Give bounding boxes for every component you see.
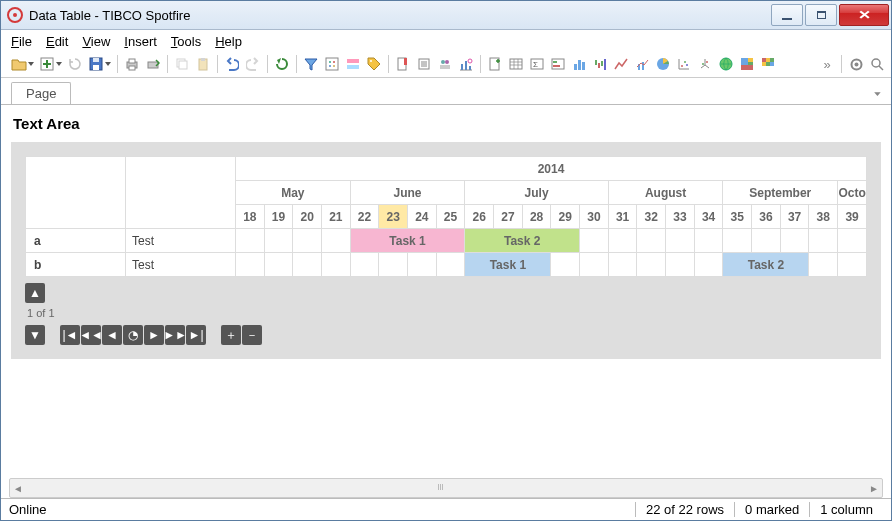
lists-icon[interactable] [415, 55, 433, 73]
waterfall-icon[interactable] [591, 55, 609, 73]
cell [838, 229, 867, 253]
svg-rect-51 [748, 58, 753, 62]
nav-prev-button[interactable]: ◄ [102, 325, 122, 345]
svg-rect-58 [766, 62, 770, 66]
minimize-button[interactable] [771, 4, 803, 26]
settings-icon[interactable] [847, 55, 865, 73]
add-page-icon[interactable] [486, 55, 504, 73]
open-icon[interactable] [10, 55, 28, 73]
heatmap-icon[interactable] [759, 55, 777, 73]
scroll-right-icon[interactable]: ► [866, 480, 882, 496]
svg-point-48 [706, 61, 708, 63]
scroll-down-button[interactable]: ▼ [25, 325, 45, 345]
scroll-up-button[interactable]: ▲ [25, 283, 45, 303]
header-month: September [723, 181, 838, 205]
maximize-button[interactable] [805, 4, 837, 26]
cell [350, 253, 379, 277]
cell [408, 253, 437, 277]
add-data-icon[interactable] [38, 55, 56, 73]
svg-rect-32 [553, 61, 557, 63]
task-bar[interactable]: Task 1 [465, 253, 551, 277]
treemap-icon[interactable] [738, 55, 756, 73]
task-bar[interactable]: Task 1 [350, 229, 465, 253]
row-label: Test [126, 229, 236, 253]
gantt-controls: ▲ 1 of 1 ▼ |◄ ◄◄ ◄ ◔ ► ►► ►| [25, 283, 867, 345]
nav-next-button[interactable]: ► [144, 325, 164, 345]
header-week: 23 [379, 205, 408, 229]
mapchart-icon[interactable] [717, 55, 735, 73]
zoom-out-button[interactable]: － [242, 325, 262, 345]
menu-insert[interactable]: Insert [124, 34, 157, 49]
header-week: 31 [608, 205, 637, 229]
page-options-icon[interactable]: ▼ [872, 90, 883, 97]
header-week: 25 [436, 205, 465, 229]
nav-last-button[interactable]: ►| [186, 325, 206, 345]
svg-rect-28 [510, 59, 522, 69]
header-month: May [236, 181, 351, 205]
title-bar: Data Table - TIBCO Spotfire ✕ [1, 1, 891, 30]
svg-rect-59 [770, 62, 774, 66]
scatter-icon[interactable] [675, 55, 693, 73]
menu-edit[interactable]: Edit [46, 34, 68, 49]
svg-rect-21 [404, 58, 407, 65]
run-icon[interactable] [273, 55, 291, 73]
pager-text: 1 of 1 [27, 307, 867, 319]
piechart-icon[interactable] [654, 55, 672, 73]
nav-next-fast-button[interactable]: ►► [165, 325, 185, 345]
zoom-in-button[interactable]: ＋ [221, 325, 241, 345]
horizontal-scrollbar[interactable]: ◄ ► [9, 478, 883, 498]
print-icon[interactable] [123, 55, 141, 73]
nav-prev-fast-button[interactable]: ◄◄ [81, 325, 101, 345]
find-icon[interactable] [868, 55, 886, 73]
task-bar[interactable]: Task 2 [465, 229, 580, 253]
header-corner [26, 157, 126, 229]
cell [293, 229, 322, 253]
cell [379, 253, 408, 277]
tag-icon[interactable] [365, 55, 383, 73]
details-icon[interactable] [344, 55, 362, 73]
collab-icon[interactable] [436, 55, 454, 73]
filter-icon[interactable] [302, 55, 320, 73]
refresh-icon[interactable] [66, 55, 84, 73]
header-week: 30 [580, 205, 609, 229]
nav-first-button[interactable]: |◄ [60, 325, 80, 345]
menu-file[interactable]: File [11, 34, 32, 49]
page-tab[interactable]: Page [11, 82, 71, 104]
scatter3d-icon[interactable] [696, 55, 714, 73]
svg-rect-38 [598, 63, 600, 68]
barchart-icon[interactable] [570, 55, 588, 73]
cell [551, 253, 580, 277]
linechart-icon[interactable] [612, 55, 630, 73]
nav-today-button[interactable]: ◔ [123, 325, 143, 345]
column-chart-icon[interactable] [457, 55, 475, 73]
more-icon[interactable]: » [818, 55, 836, 73]
menu-help[interactable]: Help [215, 34, 242, 49]
svg-point-26 [468, 59, 472, 63]
table-vis-icon[interactable] [507, 55, 525, 73]
data-panel-icon[interactable] [323, 55, 341, 73]
paste-icon[interactable] [194, 55, 212, 73]
header-year: 2014 [236, 157, 867, 181]
gantt-row: bTestTask 1Task 2 [26, 253, 867, 277]
header-week: 27 [494, 205, 523, 229]
combochart-icon[interactable] [633, 55, 651, 73]
scroll-left-icon[interactable]: ◄ [10, 480, 26, 496]
copy-icon[interactable] [173, 55, 191, 73]
task-bar[interactable]: Task 2 [723, 253, 809, 277]
undo-icon[interactable] [223, 55, 241, 73]
save-icon[interactable] [87, 55, 105, 73]
menu-tools[interactable]: Tools [171, 34, 201, 49]
header-week: 22 [350, 205, 379, 229]
crosstab-icon[interactable]: Σ [528, 55, 546, 73]
header-week: 18 [236, 205, 265, 229]
menu-view[interactable]: View [82, 34, 110, 49]
export-icon[interactable] [144, 55, 162, 73]
header-month: August [608, 181, 723, 205]
bookmark-icon[interactable] [394, 55, 412, 73]
redo-icon[interactable] [244, 55, 262, 73]
status-rows: 22 of 22 rows [635, 502, 734, 517]
close-button[interactable]: ✕ [839, 4, 889, 26]
svg-point-13 [329, 61, 331, 63]
graphical-table-icon[interactable] [549, 55, 567, 73]
cell [236, 253, 265, 277]
